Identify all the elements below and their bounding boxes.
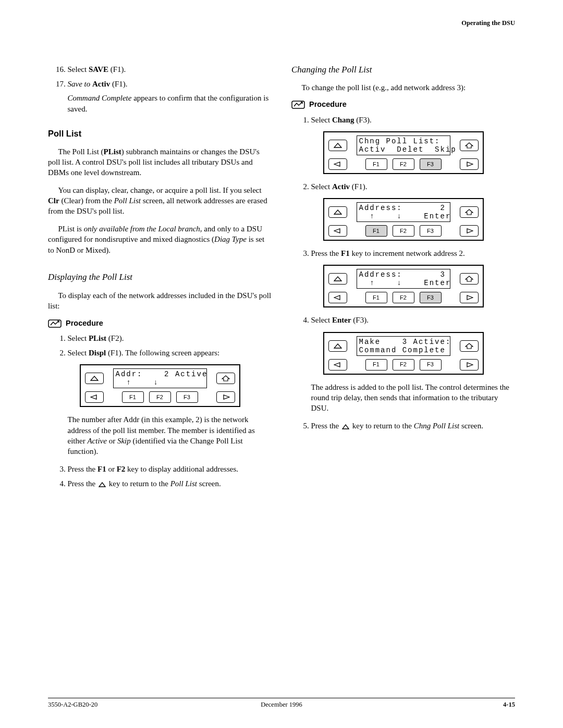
lcd-screen: Make 3 Active: Command Complete — [357, 336, 450, 356]
svg-marker-14 — [467, 229, 473, 233]
displaying-intro: To display each of the network addresses… — [48, 290, 272, 312]
softkey-f2[interactable]: F2 — [149, 391, 171, 403]
nav-left-key[interactable] — [328, 292, 347, 303]
nav-up-key[interactable] — [328, 273, 347, 285]
softkey-f3[interactable]: F3 — [420, 359, 442, 371]
poll-list-p2: You can display, clear, change, or acqui… — [48, 185, 272, 217]
step-17-note: Command Complete appears to confirm that… — [68, 93, 272, 114]
svg-marker-16 — [466, 276, 473, 281]
nav-home-key[interactable] — [460, 273, 479, 285]
svg-marker-13 — [334, 229, 340, 233]
display-step-4: Press the key to return to the Poll List… — [68, 478, 272, 490]
svg-marker-17 — [334, 295, 340, 300]
svg-marker-19 — [334, 344, 341, 348]
svg-marker-10 — [467, 162, 473, 166]
svg-marker-4 — [224, 395, 229, 399]
nav-right-key[interactable] — [460, 225, 479, 237]
softkey-f1[interactable]: F1 — [365, 158, 387, 170]
right-column: Changing the Poll List To change the pol… — [291, 64, 515, 493]
change-step-5: Press the key to return to the Chng Poll… — [311, 421, 516, 432]
lcd-screen: Address: 3 ↑ ↓ Enter — [357, 269, 450, 289]
change-note: The address is added to the poll list. T… — [311, 382, 516, 414]
svg-marker-22 — [467, 363, 473, 367]
svg-marker-12 — [466, 209, 473, 215]
svg-marker-3 — [91, 395, 96, 399]
change-step-2: Select Activ (F1). — [311, 181, 516, 192]
nav-left-key[interactable] — [328, 158, 347, 170]
svg-marker-23 — [342, 425, 349, 429]
display-note: The number after Addr (in this example, … — [68, 414, 272, 456]
softkey-f3[interactable]: F3 — [176, 391, 198, 403]
procedure-heading-left: Procedure — [48, 318, 272, 329]
display-step-2: Select Displ (F1). The following screen … — [68, 348, 272, 358]
nav-right-key[interactable] — [460, 158, 479, 170]
change-step-4: Select Enter (F3). — [311, 315, 516, 325]
softkey-f2[interactable]: F2 — [393, 359, 414, 371]
display-step-3: Press the F1 or F2 key to display additi… — [68, 464, 272, 474]
svg-marker-7 — [334, 143, 341, 147]
lcd-screen: Addr: 2 Active ↑ ↓ — [113, 368, 207, 388]
softkey-f3[interactable]: F3 — [420, 158, 442, 170]
svg-marker-2 — [222, 376, 229, 381]
running-header: Operating the DSU — [48, 19, 515, 28]
svg-marker-11 — [334, 210, 341, 214]
display-steps-cont: Press the F1 or F2 key to display additi… — [48, 464, 272, 490]
svg-marker-20 — [466, 343, 473, 349]
nav-up-key[interactable] — [328, 140, 347, 151]
change-step-1: Select Chang (F3). — [311, 115, 516, 125]
step-16: Select SAVE (F1). — [68, 64, 272, 75]
svg-marker-1 — [91, 376, 98, 380]
changing-heading: Changing the Poll List — [291, 64, 515, 76]
change-steps-1: Select Chang (F3). — [291, 115, 515, 125]
change-steps-5: Press the key to return to the Chng Poll… — [291, 421, 515, 432]
softkey-f1[interactable]: F1 — [365, 292, 387, 303]
softkey-f1[interactable]: F1 — [365, 359, 387, 371]
change-steps-2: Select Activ (F1). — [291, 181, 515, 192]
lcd-screen: Chng Poll List: Activ Delet Skip — [357, 135, 450, 155]
nav-home-key[interactable] — [460, 340, 479, 352]
svg-marker-9 — [334, 162, 340, 166]
step-17: Save to Activ (F1). Command Complete app… — [68, 79, 272, 114]
svg-marker-21 — [334, 363, 340, 367]
continued-steps: Select SAVE (F1). Save to Activ (F1). Co… — [48, 64, 272, 114]
nav-up-key[interactable] — [85, 373, 104, 384]
softkey-f1[interactable]: F1 — [122, 391, 144, 403]
poll-list-p1: The Poll List (PList) subbranch maintain… — [48, 146, 272, 178]
lcd-make-active: Make 3 Active: Command Complete F1 F2 F3 — [323, 332, 484, 375]
softkey-f3[interactable]: F3 — [420, 225, 442, 237]
nav-up-key[interactable] — [328, 206, 347, 218]
svg-marker-18 — [467, 295, 473, 300]
lcd-chng-poll: Chng Poll List: Activ Delet Skip F1 F2 F… — [323, 131, 484, 174]
svg-marker-5 — [99, 483, 105, 487]
nav-left-key[interactable] — [85, 391, 104, 403]
changing-intro: To change the poll list (e.g., add netwo… — [291, 82, 515, 93]
softkey-f2[interactable]: F2 — [393, 158, 414, 170]
svg-marker-15 — [334, 277, 341, 281]
nav-right-key[interactable] — [216, 391, 235, 403]
change-steps-3: Press the F1 key to increment network ad… — [291, 248, 515, 258]
procedure-icon — [48, 319, 62, 328]
softkey-f1[interactable]: F1 — [365, 225, 387, 237]
change-steps-4: Select Enter (F3). — [291, 315, 515, 325]
poll-list-p3: PList is only available from the Local b… — [48, 224, 272, 255]
triangle-up-icon — [342, 422, 349, 432]
svg-marker-8 — [466, 143, 473, 148]
nav-home-key[interactable] — [460, 206, 479, 218]
softkey-f2[interactable]: F2 — [393, 292, 414, 303]
poll-list-heading: Poll List — [48, 128, 272, 139]
nav-up-key[interactable] — [328, 340, 347, 352]
lcd-screen: Address: 2 ↑ ↓ Enter — [357, 202, 450, 222]
nav-right-key[interactable] — [460, 359, 479, 371]
nav-left-key[interactable] — [328, 225, 347, 237]
nav-right-key[interactable] — [460, 292, 479, 303]
softkey-f2[interactable]: F2 — [393, 225, 414, 237]
page-footer: 3550-A2-GB20-20 December 1996 4-15 — [48, 698, 515, 709]
nav-home-key[interactable] — [460, 140, 479, 151]
left-column: Select SAVE (F1). Save to Activ (F1). Co… — [48, 64, 272, 493]
footer-center: December 1996 — [48, 700, 515, 709]
lcd-address-3: Address: 3 ↑ ↓ Enter F1 F2 F3 — [323, 265, 484, 307]
softkey-f3[interactable]: F3 — [420, 292, 442, 303]
triangle-up-icon — [99, 479, 106, 490]
nav-home-key[interactable] — [216, 373, 235, 384]
nav-left-key[interactable] — [328, 359, 347, 371]
